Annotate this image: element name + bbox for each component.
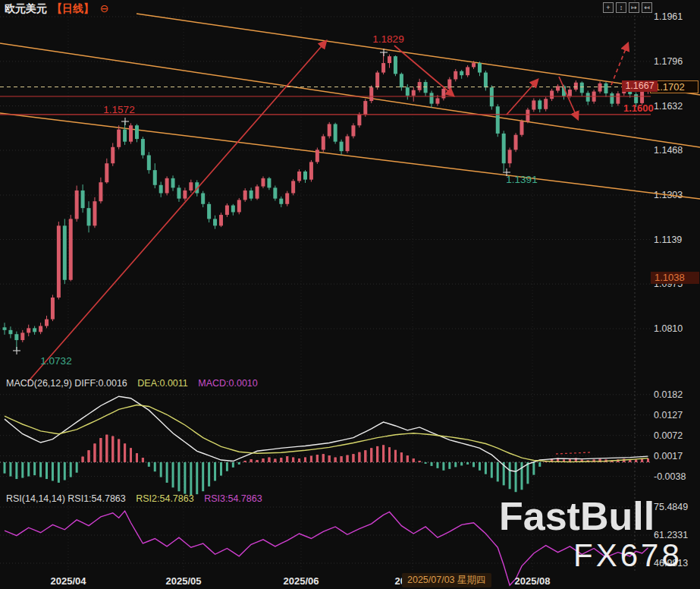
axis-label: 2025/06 [284, 575, 319, 587]
fit-vertical-icon[interactable]: ↕ [616, 2, 626, 13]
trendline [0, 113, 700, 199]
candle-body [514, 135, 518, 150]
candle-body [111, 147, 115, 163]
candle-body [328, 124, 331, 136]
crosshair-date-tooltip: 2025/07/03 星期四 [402, 573, 491, 587]
move-tool-icon[interactable]: + [603, 2, 614, 13]
fit-horizontal-icon[interactable]: ↦ [629, 2, 639, 13]
annotation-arrow [27, 41, 326, 383]
axis-label: 1.1829 [372, 33, 403, 45]
symbol-name: 欧元美元 [5, 2, 47, 14]
candle-body [261, 178, 265, 187]
candle-body [430, 93, 434, 103]
candle-body [3, 327, 7, 330]
candle-body [334, 124, 337, 141]
candle-body [237, 200, 241, 212]
candle-body [57, 225, 61, 298]
candle-body [177, 187, 180, 198]
axis-label: 2025/08 [515, 575, 551, 587]
candle-body [20, 332, 24, 340]
candle-body [435, 99, 439, 104]
candle-body [183, 191, 187, 199]
candle-body [357, 115, 361, 125]
candle-body [123, 130, 127, 142]
candle-body [75, 191, 79, 219]
candle-body [526, 110, 529, 121]
candle-body [640, 92, 644, 103]
candle-body [580, 83, 584, 93]
axis-label: 1.1796 [654, 56, 683, 67]
axis-label: 0.0127 [654, 410, 683, 420]
candle-body [225, 206, 229, 216]
candle-body [406, 87, 410, 96]
axis-label: 1.1961 [654, 11, 683, 22]
rsi3-value: RSI3:54.7863 [204, 493, 262, 504]
candle-body [250, 191, 253, 199]
candle-body [490, 87, 494, 106]
candle-body [460, 71, 463, 75]
candle-body [610, 93, 614, 104]
candle-body [256, 187, 259, 199]
axis-label: 1.0810 [654, 323, 683, 334]
scroll-to-end-icon[interactable]: ↤ [642, 2, 652, 13]
candle-body [201, 194, 205, 204]
candle-body [39, 326, 42, 332]
macd-annotation-dashes [556, 452, 590, 454]
candle-body [231, 206, 235, 213]
axis-label: 1.1572 [103, 104, 134, 115]
axis-label: -0.0038 [654, 471, 686, 482]
candle-body [129, 125, 133, 141]
candle-body [532, 100, 535, 109]
candle-body [322, 137, 325, 150]
level-price-tag: 1.1667 [622, 80, 658, 92]
candle-body [544, 99, 548, 109]
candle-body [466, 67, 469, 75]
candle-body [424, 82, 428, 93]
alert-price-badge: 1.1038 [651, 272, 699, 284]
candle-body [315, 150, 319, 162]
chart-toolbar: + ↕ ↦ ↤ [603, 2, 652, 13]
axis-label: 1.0732 [40, 355, 71, 367]
axis-label: 1.1468 [654, 145, 683, 156]
candle-body [502, 134, 506, 163]
candle-body [93, 201, 96, 225]
candle-body [508, 150, 512, 163]
axis-label: 1.1391 [506, 174, 537, 185]
candle-body [159, 185, 163, 194]
candle-body [303, 172, 307, 180]
macd-params-diff: MACD(26,12,9) DIFF:0.0016 [6, 378, 127, 389]
candle-body [105, 163, 108, 182]
candle-body [568, 90, 572, 96]
candle-body [363, 101, 367, 115]
candle-body [484, 73, 488, 88]
watermark-fx678: FX678 [573, 537, 683, 574]
trading-chart-window: 1.19611.17961.16321.14681.13031.11391.09… [0, 0, 700, 589]
candle-body [369, 87, 373, 101]
timeframe-label[interactable]: 【日线】 [52, 2, 94, 14]
candle-body [472, 63, 476, 67]
candle-body [285, 194, 289, 204]
candle-body [616, 93, 620, 104]
collapse-icon[interactable]: ⊖ [100, 2, 109, 14]
axis-label: 0.0072 [654, 430, 683, 441]
candle-body [351, 125, 355, 136]
candle-body [141, 139, 145, 155]
candle-body [496, 106, 500, 134]
candle-body [550, 91, 554, 99]
candle-body [171, 178, 175, 188]
candle-body [400, 74, 403, 87]
candle-body [309, 162, 313, 179]
candle-body [418, 82, 422, 90]
candle-body [478, 63, 482, 73]
candle-body [346, 137, 350, 152]
candle-body [375, 73, 379, 88]
candle-body [441, 89, 445, 99]
rsi-header: RSI(14,14,14) RSI1:54.7863 RSI2:54.7863 … [6, 493, 262, 504]
candle-body [45, 320, 49, 326]
candle-body [153, 170, 157, 185]
candle-body [574, 83, 578, 90]
candle-body [297, 172, 301, 181]
macd-macd-value: MACD:0.0010 [198, 378, 258, 389]
candle-body [117, 130, 121, 147]
axis-label: 75.4849 [654, 502, 688, 512]
